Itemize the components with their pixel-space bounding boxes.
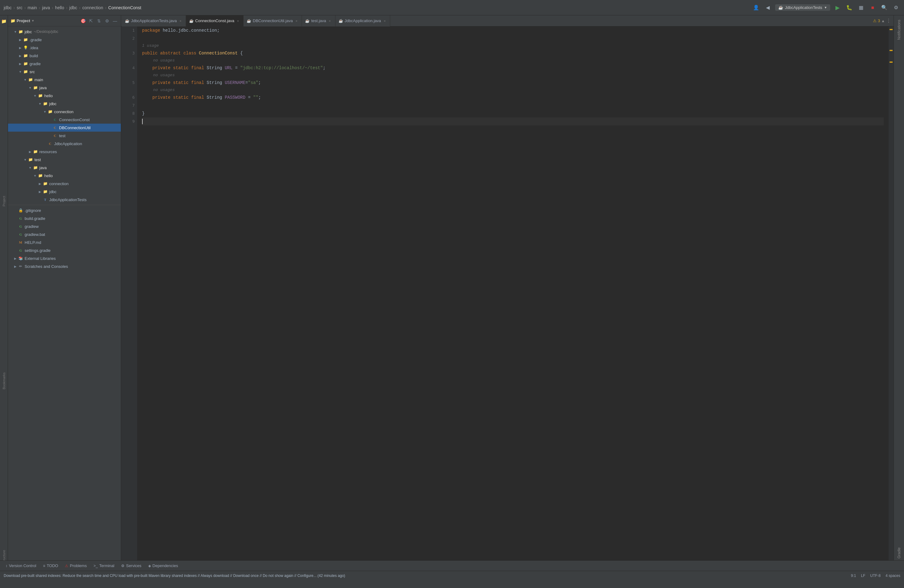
- run-config-icon: ☕: [778, 5, 783, 10]
- locate-file-button[interactable]: 🎯: [80, 17, 86, 24]
- tree-item-test-java[interactable]: ▼ 📁 java: [8, 164, 121, 172]
- tab-dependencies[interactable]: ◈ Dependencies: [145, 561, 181, 570]
- close-panel-button[interactable]: —: [112, 17, 119, 24]
- arrow-ext-libs: ▶: [13, 256, 18, 261]
- status-linesep[interactable]: LF: [861, 574, 865, 578]
- run-config-selector[interactable]: ☕ JdbcApplicationTests ▼: [775, 4, 830, 11]
- run-button[interactable]: ▶: [833, 3, 842, 12]
- back-button[interactable]: ◀: [763, 3, 772, 12]
- tree-item-build[interactable]: ▶ 📁 build: [8, 52, 121, 60]
- tab-icon-1: ☕: [189, 19, 194, 23]
- warnings-badge[interactable]: ⚠ 3: [873, 19, 880, 23]
- code-hint-nousage-2: no usages: [142, 72, 884, 79]
- settings-tree-button[interactable]: ⚙: [104, 17, 111, 24]
- tree-item-test-dir[interactable]: ▼ 📁 test: [8, 156, 121, 164]
- tab-connectionconst[interactable]: ☕ ConnectionConst.java ×: [186, 15, 243, 27]
- icon-build: 📁: [23, 53, 28, 58]
- notifications-label[interactable]: Notifications: [896, 18, 902, 41]
- breadcrumb-connection[interactable]: connection: [82, 5, 103, 10]
- tab-close-4[interactable]: ×: [382, 19, 387, 23]
- tree-item-main[interactable]: ▼ 📁 main: [8, 76, 121, 84]
- tree-item-gradlewbat[interactable]: G gradlew.bat: [8, 230, 121, 238]
- tree-item-dbconnectionutil[interactable]: C DBConnectionUtil: [8, 123, 121, 132]
- status-encoding[interactable]: UTF-8: [870, 574, 880, 578]
- editor-code[interactable]: package hello.jdbc.connection; 1 usage p…: [137, 27, 889, 560]
- status-indent[interactable]: 4 spaces: [885, 574, 900, 578]
- tree-item-idea[interactable]: ▶ 💡 .idea: [8, 44, 121, 52]
- run-config-dropdown[interactable]: ▼: [824, 6, 827, 9]
- label-connectionconst: ConnectionConst: [59, 117, 90, 122]
- tree-item-gradle[interactable]: ▶ 📁 .gradle: [8, 36, 121, 44]
- coverage-button[interactable]: ▦: [857, 3, 865, 12]
- tab-close-1[interactable]: ×: [236, 19, 240, 23]
- breadcrumb-jdbc2[interactable]: jdbc: [69, 5, 77, 10]
- structure-icon[interactable]: Structure: [1, 553, 7, 560]
- collapse-all-button[interactable]: ⇱: [88, 17, 95, 24]
- account-button[interactable]: 👤: [752, 3, 760, 12]
- tab-close-2[interactable]: ×: [294, 19, 299, 23]
- arrow-jdbcapplication: [43, 141, 47, 146]
- tree-item-gradlew[interactable]: G gradlew: [8, 222, 121, 230]
- tab-problems[interactable]: ⚠ Problems: [62, 561, 90, 570]
- sort-button[interactable]: ⇅: [96, 17, 103, 24]
- project-sidebar-icon[interactable]: 📁: [1, 18, 7, 25]
- scroll-up-arrow[interactable]: ▲: [881, 19, 885, 23]
- tree-item-test-jdbc[interactable]: ▶ 📁 jdbc: [8, 188, 121, 196]
- tab-close-0[interactable]: ×: [179, 19, 183, 23]
- tab-jdbcapplicationtests[interactable]: ☕ JdbcApplicationTests.java ×: [122, 15, 186, 27]
- breadcrumb-src[interactable]: src: [17, 5, 22, 10]
- tree-item-jdbc-pkg[interactable]: ▼ 📁 jdbc: [8, 100, 121, 107]
- type-string-5: String: [207, 79, 225, 87]
- bookmarks-icon[interactable]: Bookmarks: [1, 377, 7, 384]
- status-position[interactable]: 9:1: [851, 574, 856, 578]
- arrow-test-jdbc: ▶: [38, 189, 43, 194]
- breadcrumb-jdbc[interactable]: jdbc: [4, 5, 12, 10]
- project-dropdown-icon[interactable]: ▼: [32, 19, 35, 22]
- tab-test[interactable]: ☕ test.java ×: [302, 15, 335, 27]
- label-test-dir: test: [35, 158, 41, 162]
- project-tab-label[interactable]: Project: [2, 194, 6, 208]
- tree-item-test-connection[interactable]: ▶ 📁 connection: [8, 180, 121, 188]
- tree-item-test-hello[interactable]: ▼ 📁 hello: [8, 172, 121, 180]
- code-line-4: private static final String URL = "jdbc:…: [142, 64, 884, 72]
- stop-button[interactable]: ■: [868, 3, 877, 12]
- tree-item-gradle-dir[interactable]: ▶ 📁 gradle: [8, 60, 121, 68]
- tab-services[interactable]: ⚙ Services: [118, 561, 144, 570]
- breadcrumb-java[interactable]: java: [42, 5, 50, 10]
- tree-item-resources[interactable]: ▶ 📁 resources: [8, 148, 121, 156]
- tree-item-jdbcapplication[interactable]: C JdbcApplication: [8, 140, 121, 148]
- code-line-5: private static final String USERNAME="sa…: [142, 79, 884, 87]
- breadcrumb-hello[interactable]: hello: [55, 5, 64, 10]
- tree-item-hello[interactable]: ▼ 📁 hello: [8, 92, 121, 100]
- tree-item-test-class[interactable]: C test: [8, 132, 121, 140]
- tree-item-gitignore[interactable]: 🔒 .gitignore: [8, 206, 121, 214]
- tree-item-buildgradle[interactable]: G build.gradle: [8, 214, 121, 222]
- gradle-label[interactable]: Gradle: [896, 545, 902, 560]
- tree-item-main-java[interactable]: ▼ 📁 java: [8, 84, 121, 92]
- tree-item-scratches[interactable]: ▶ ✏ Scratches and Consoles: [8, 262, 121, 270]
- tree-item-helpmd[interactable]: M HELP.md: [8, 238, 121, 247]
- tree-item-settingsgradle[interactable]: G settings.gradle: [8, 247, 121, 254]
- tab-todo[interactable]: ≡ TODO: [40, 561, 61, 570]
- tab-close-3[interactable]: ×: [328, 19, 332, 23]
- search-button[interactable]: 🔍: [880, 3, 889, 12]
- kw-class: class: [183, 49, 199, 57]
- tree-item-jdbc-root[interactable]: ▼ 📁 jdbc ~/Desktop/jdbc: [8, 28, 121, 36]
- tree-item-jdbcapptests[interactable]: T JdbcApplicationTests: [8, 196, 121, 204]
- debug-button[interactable]: 🐛: [845, 3, 853, 12]
- tab-terminal[interactable]: >_ Terminal: [90, 561, 117, 570]
- tree-item-connection-pkg[interactable]: ▼ 📁 connection: [8, 107, 121, 115]
- label-scratches: Scratches and Consoles: [25, 264, 68, 269]
- settings-button[interactable]: ⚙: [892, 3, 900, 12]
- tab-jdbcapplication[interactable]: ☕ JdbcApplication.java ×: [335, 15, 390, 27]
- tree-item-src[interactable]: ▼ 📁 src: [8, 68, 121, 76]
- tree-item-connectionconst[interactable]: C ConnectionConst: [8, 115, 121, 123]
- tab-dbconnectionutil[interactable]: ☕ DBConnectionUtil.java ×: [243, 15, 302, 27]
- tab-more-button[interactable]: ⋮: [886, 18, 891, 24]
- breadcrumb-class[interactable]: ConnectionConst: [108, 5, 141, 10]
- tree-item-ext-libs[interactable]: ▶ 📚 External Libraries: [8, 254, 121, 262]
- breadcrumb-main[interactable]: main: [28, 5, 37, 10]
- label-connection-pkg: connection: [54, 109, 73, 114]
- tab-version-control[interactable]: ↕ Version Control: [2, 561, 40, 570]
- code-hint-nousage-1: no usages: [142, 57, 884, 64]
